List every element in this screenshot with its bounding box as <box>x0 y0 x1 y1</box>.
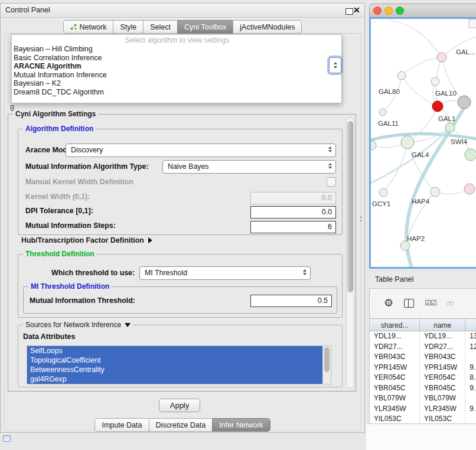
table-card: ⚙ ☑☑ □□ shared...name YDL19...YDL19...13… <box>369 288 476 424</box>
network-node[interactable] <box>400 241 410 250</box>
attribute-item[interactable]: TopologicalCoefficient <box>27 356 323 365</box>
network-node[interactable] <box>371 141 376 150</box>
list-scrollbar[interactable] <box>322 346 331 384</box>
network-node[interactable] <box>465 149 476 161</box>
tab-label: Style <box>120 23 136 31</box>
attribute-item[interactable]: SelfLoops <box>27 346 323 356</box>
hub-definition-toggle[interactable]: Hub/Transcription Factor Definition <box>21 236 152 244</box>
table-row[interactable]: YPR145WYPR145W9. <box>370 363 476 373</box>
table-cell: YER054C <box>420 373 465 383</box>
algorithm-option[interactable]: Mutual Information Inference <box>13 71 341 80</box>
table-row[interactable]: YIL053CYIL053C <box>370 414 476 423</box>
algorithm-option[interactable]: Bayesian – K2 <box>13 79 341 88</box>
which-threshold-label: Which threshold to use: <box>51 269 135 277</box>
table-row[interactable]: YER054CYER054C8. <box>370 373 476 383</box>
mi-threshold-field[interactable]: 0.5 <box>250 295 332 307</box>
cyni-algorithm-settings-group: Cyni Algorithm Settings Algorithm Defini… <box>8 114 356 392</box>
column-header[interactable]: shared... <box>370 318 420 331</box>
attribute-item[interactable]: gal4RGexp <box>27 374 323 384</box>
sources-toggle[interactable]: Sources for Network Inference <box>23 321 133 329</box>
mi-threshold-label: Mutual Information Threshold: <box>30 296 135 305</box>
tab-cyni-toolbox[interactable]: Cyni Toolbox <box>177 20 233 34</box>
algorithm-option[interactable]: Bayesian – Hill Climbing <box>13 45 341 54</box>
tab-jactivemnodules[interactable]: jActiveMNodules <box>233 20 302 34</box>
mi-type-select[interactable]: Naive Bayes <box>162 160 336 174</box>
network-node-label: GAL11 <box>378 120 399 127</box>
network-node[interactable] <box>432 101 443 112</box>
network-node[interactable] <box>379 188 387 197</box>
minimize-traffic-light[interactable] <box>384 6 393 15</box>
deselect-checkboxes-icon[interactable]: □□ <box>447 300 453 306</box>
tab-discretize-data[interactable]: Discretize Data <box>149 418 213 432</box>
combo-arrows-icon <box>303 269 307 275</box>
close-icon[interactable]: ✕ <box>353 5 360 15</box>
table-cell: YBR045C <box>370 383 420 394</box>
panel-title: Control Panel <box>5 6 50 14</box>
float-window-icon[interactable] <box>345 8 353 15</box>
spinner-up-icon[interactable] <box>334 62 337 64</box>
table-row[interactable]: YLR345WYLR345W9. <box>370 404 476 415</box>
table-cell: YDL19... <box>420 331 465 342</box>
tab-label: Infer Network <box>219 421 263 429</box>
table-row[interactable]: YDR27...YDR27...12 <box>370 342 476 353</box>
attribute-item[interactable]: BetweennessCentrality <box>27 365 323 374</box>
table-row[interactable]: YDL19...YDL19...13 <box>370 331 476 342</box>
network-node[interactable] <box>379 109 386 116</box>
network-node[interactable] <box>445 123 455 132</box>
manual-kernel-checkbox[interactable] <box>327 177 336 187</box>
table-cell: YER054C <box>370 373 420 383</box>
close-traffic-light[interactable] <box>373 6 382 15</box>
scrollbar-corner[interactable] <box>469 19 476 28</box>
network-node[interactable] <box>458 96 471 109</box>
algorithm-option[interactable]: ARACNE Algorithm <box>13 62 341 71</box>
column-header[interactable]: name <box>420 318 465 331</box>
dpi-tolerance-field[interactable]: 0.0 <box>250 206 336 219</box>
table-row[interactable]: YBL079WYBL079W <box>370 393 476 404</box>
mi-threshold-group: MI Threshold Definition Mutual Informati… <box>23 286 337 314</box>
mi-threshold-group-title: MI Threshold Definition <box>28 282 112 291</box>
list-scrollbar-thumb[interactable] <box>324 347 330 372</box>
tab-network[interactable]: Network <box>63 20 114 34</box>
settings-scrollbar[interactable] <box>346 117 354 389</box>
network-node[interactable] <box>397 71 406 80</box>
table-cell: 9. <box>465 383 476 394</box>
columns-icon[interactable] <box>404 299 414 308</box>
table-row[interactable]: YBR045CYBR045C9. <box>370 383 476 394</box>
spinner-down-icon[interactable] <box>334 66 337 69</box>
network-node[interactable] <box>437 53 446 62</box>
network-window-titlebar[interactable] <box>369 4 476 17</box>
table-cell: 8. <box>465 373 476 383</box>
algorithm-option[interactable]: Dream8 DC_TDC Algorithm <box>13 88 341 97</box>
network-edge <box>389 20 442 57</box>
algorithm-option[interactable]: Basic Correlation Inference <box>13 54 341 63</box>
aracne-mode-select[interactable]: Discovery <box>66 144 336 157</box>
settings-scrollbar-thumb[interactable] <box>347 121 353 292</box>
network-canvas[interactable]: GAL...GAL80GAL10GAL11GAL1SWI4GAL4GCY1HAP… <box>369 17 476 269</box>
network-node[interactable] <box>464 184 475 194</box>
apply-button[interactable]: Apply <box>159 399 200 412</box>
network-node[interactable] <box>431 77 439 86</box>
network-node[interactable] <box>431 187 440 197</box>
which-threshold-select[interactable]: MI Threshold <box>139 266 311 280</box>
restore-panel-icon[interactable] <box>3 435 11 442</box>
column-header[interactable] <box>465 318 476 331</box>
mi-steps-field[interactable]: 6 <box>250 221 336 233</box>
table-header: shared...name <box>370 318 476 331</box>
splitter-handle[interactable] <box>360 216 363 223</box>
control-panel: Control Panel ✕ NetworkStyleSelectCyni T… <box>0 3 365 433</box>
tab-infer-network[interactable]: Infer Network <box>212 418 270 432</box>
network-node[interactable] <box>401 136 414 149</box>
kernel-width-field[interactable]: 0.0 <box>250 192 336 204</box>
gear-icon[interactable]: ⚙ <box>384 298 393 308</box>
focused-spinner[interactable] <box>329 57 341 73</box>
zoom-traffic-light[interactable] <box>396 6 404 15</box>
table-row[interactable]: YBR043CYBR043C <box>370 352 476 363</box>
select-all-checkboxes-icon[interactable]: ☑☑ <box>425 299 436 307</box>
hub-definition-label: Hub/Transcription Factor Definition <box>21 236 144 244</box>
tab-select[interactable]: Select <box>143 20 178 34</box>
network-graph: GAL...GAL80GAL10GAL11GAL1SWI4GAL4GCY1HAP… <box>371 19 476 267</box>
table-panel-title: Table Panel <box>375 275 413 283</box>
tab-style[interactable]: Style <box>113 20 144 34</box>
network-node-label: GAL1 <box>438 115 455 122</box>
tab-impute-data[interactable]: Impute Data <box>94 418 149 432</box>
